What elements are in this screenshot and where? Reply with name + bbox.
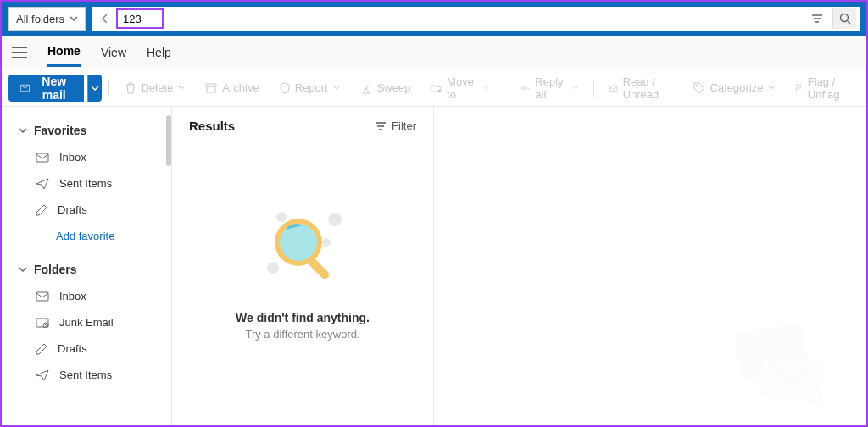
draft-icon: [36, 343, 47, 355]
topbar: All folders: [2, 2, 866, 36]
new-mail-label: New mail: [36, 75, 72, 102]
move-to-button[interactable]: Move to: [422, 75, 497, 102]
content: Favorites Inbox Sent Items Drafts Add fa…: [2, 107, 866, 425]
search-container: [92, 7, 860, 30]
filter-icon: [375, 122, 387, 130]
inbox-icon: [36, 152, 49, 163]
send-icon: [36, 178, 49, 190]
svg-point-11: [328, 213, 342, 226]
sidebar-folder-inbox[interactable]: Inbox: [2, 283, 171, 309]
svg-rect-3: [207, 86, 215, 92]
sidebar-add-favorite[interactable]: Add favorite: [2, 223, 171, 249]
menu-home[interactable]: Home: [47, 37, 81, 67]
toolbar: New mail Delete Archive Report Sweep Mov…: [2, 69, 866, 107]
sidebar-folder-sent[interactable]: Sent Items: [2, 362, 171, 388]
chevron-down-icon: [333, 86, 340, 90]
search-submit-icon[interactable]: [832, 8, 856, 29]
flag-icon: [795, 82, 802, 94]
filter-button[interactable]: Filter: [375, 119, 416, 132]
reply-all-icon: [520, 83, 530, 93]
search-filter-icon[interactable]: [805, 8, 829, 29]
svg-point-13: [267, 262, 279, 274]
chevron-down-icon: [768, 86, 775, 90]
results-header: Results Filter: [172, 107, 433, 145]
sweep-button[interactable]: Sweep: [352, 75, 420, 102]
envelope-decoration: [714, 315, 832, 408]
svg-rect-6: [36, 153, 48, 162]
send-icon: [36, 369, 49, 381]
archive-button[interactable]: Archive: [197, 75, 267, 102]
sidebar-favorites-header[interactable]: Favorites: [2, 117, 171, 144]
reply-all-button[interactable]: Reply all: [511, 75, 587, 102]
chevron-down-icon: [573, 86, 578, 90]
sidebar-folder-drafts[interactable]: Drafts: [2, 336, 171, 362]
chevron-down-icon: [70, 16, 78, 21]
menubar: Home View Help: [2, 36, 866, 69]
sidebar-item-drafts[interactable]: Drafts: [2, 197, 171, 223]
svg-point-10: [276, 212, 287, 222]
chevron-down-icon: [19, 128, 27, 133]
tag-icon: [693, 82, 705, 94]
menu-help[interactable]: Help: [147, 39, 171, 66]
svg-rect-16: [307, 257, 331, 280]
svg-rect-7: [36, 292, 48, 301]
svg-point-12: [322, 238, 331, 247]
shield-icon: [280, 82, 290, 94]
new-mail-button[interactable]: New mail: [8, 75, 84, 102]
search-input-highlight: [116, 8, 164, 29]
toolbar-separator: [504, 80, 504, 97]
mail-icon: [20, 83, 30, 93]
results-panel: Results Filter We didn't find any: [171, 107, 434, 425]
svg-rect-18: [758, 353, 826, 404]
read-unread-button[interactable]: Read / Unread: [601, 75, 682, 102]
flag-unflag-button[interactable]: Flag / Unflag: [787, 75, 860, 102]
chevron-down-icon: [19, 267, 27, 272]
inbox-icon: [36, 291, 49, 302]
archive-icon: [205, 83, 217, 93]
menu-view[interactable]: View: [101, 39, 126, 66]
toolbar-separator: [593, 80, 594, 97]
delete-button[interactable]: Delete: [116, 75, 194, 102]
trash-icon: [125, 82, 136, 94]
broom-icon: [360, 82, 372, 94]
empty-subtitle: Try a different keyword.: [245, 328, 359, 341]
results-title: Results: [189, 119, 235, 133]
chevron-down-icon: [91, 86, 99, 91]
sidebar-folders-header[interactable]: Folders: [2, 256, 171, 283]
empty-state: We didn't find anything. Try a different…: [172, 145, 433, 425]
new-mail-dropdown[interactable]: [87, 75, 102, 102]
search-input[interactable]: [123, 13, 157, 25]
sidebar-item-inbox[interactable]: Inbox: [2, 144, 171, 170]
chevron-down-icon: [178, 86, 185, 90]
folder-select-label: All folders: [16, 13, 64, 25]
svg-point-15: [280, 224, 317, 261]
junk-icon: [36, 318, 49, 328]
draft-icon: [36, 204, 47, 216]
sidebar: Favorites Inbox Sent Items Drafts Add fa…: [2, 107, 171, 425]
folder-move-icon: [431, 83, 442, 93]
categorize-button[interactable]: Categorize: [685, 75, 784, 102]
toolbar-separator: [108, 80, 109, 97]
search-back-icon[interactable]: [96, 13, 114, 25]
svg-point-0: [840, 14, 848, 22]
empty-title: We didn't find anything.: [236, 311, 370, 324]
sidebar-item-sent[interactable]: Sent Items: [2, 170, 171, 197]
chevron-down-icon: [483, 86, 488, 90]
svg-point-4: [438, 89, 441, 92]
mail-open-icon: [609, 83, 618, 93]
hamburger-icon[interactable]: [12, 47, 27, 58]
folder-select-dropdown[interactable]: All folders: [8, 7, 86, 30]
sidebar-folder-junk[interactable]: Junk Email: [2, 309, 171, 336]
svg-point-5: [696, 85, 698, 86]
reading-pane: [434, 107, 866, 425]
report-button[interactable]: Report: [271, 75, 348, 102]
empty-illustration: [252, 196, 353, 297]
